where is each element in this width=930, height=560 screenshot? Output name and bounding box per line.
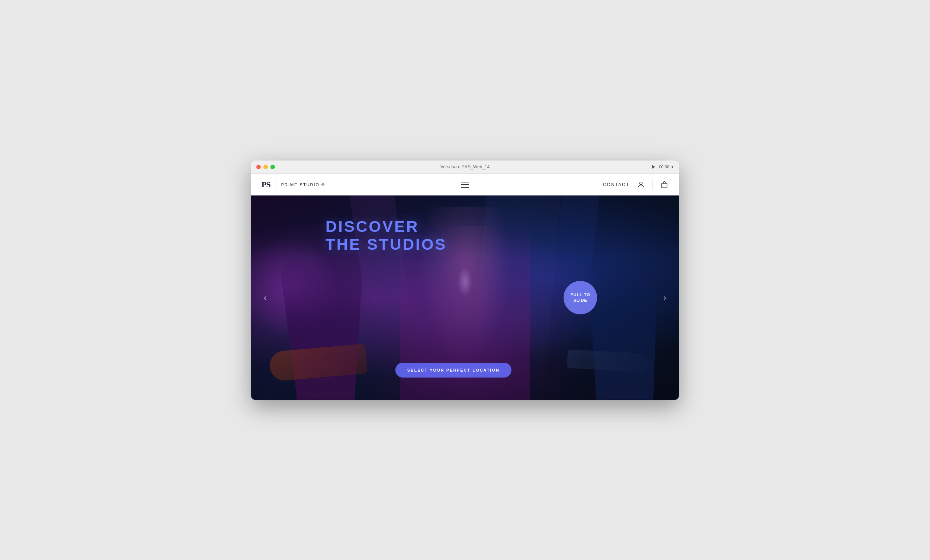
hero-title: DISCOVER THE STUDIOS [325,218,447,254]
pull-to-slide-button[interactable]: PULL TO SLIDE [564,281,597,315]
header-divider [653,180,653,190]
bag-icon[interactable] [660,181,668,189]
window-title: Vorschau: PRS_Web_14 [440,164,490,169]
next-arrow[interactable]: › [658,291,671,304]
hero-title-line1: DISCOVER [325,218,447,236]
window-controls-right: 00:00 ▾ [652,165,674,169]
hero-section: DISCOVER THE STUDIOS PULL TO SLIDE SELEC… [251,195,679,400]
user-icon[interactable] [637,181,645,189]
header-right: CONTACT [603,180,668,190]
contact-link[interactable]: CONTACT [603,182,630,187]
hero-text: DISCOVER THE STUDIOS [325,218,447,254]
chevron-down-icon: ▾ [671,165,674,169]
hamburger-line-1 [461,182,469,183]
site-header: PS PRIME STUDIO ® CONTACT [251,174,679,195]
hamburger-menu[interactable] [459,180,471,190]
svg-point-0 [639,182,642,184]
logo-letters[interactable]: PS [262,181,271,189]
maximize-button[interactable] [271,165,275,169]
minimize-button[interactable] [263,165,268,169]
logo-divider [276,180,276,190]
mac-traffic-lights [256,165,275,169]
pull-to-slide-label: PULL TO SLIDE [564,292,597,303]
mac-titlebar: Vorschau: PRS_Web_14 00:00 ▾ [251,161,679,174]
svg-rect-1 [662,183,667,188]
time-display: 00:00 [659,165,669,169]
hamburger-line-2 [461,184,469,185]
logo-area: PS PRIME STUDIO ® [262,180,325,190]
mac-window: Vorschau: PRS_Web_14 00:00 ▾ PS PRIME ST… [251,161,679,400]
prev-arrow[interactable]: ‹ [259,291,272,304]
hamburger-line-3 [461,187,469,188]
play-icon [652,165,655,169]
close-button[interactable] [256,165,261,169]
hero-title-line2: THE STUDIOS [325,236,447,253]
cta-location-button[interactable]: SELECT YOUR PERFECT LOCATION [396,363,511,377]
logo-name: PRIME STUDIO ® [281,183,325,187]
